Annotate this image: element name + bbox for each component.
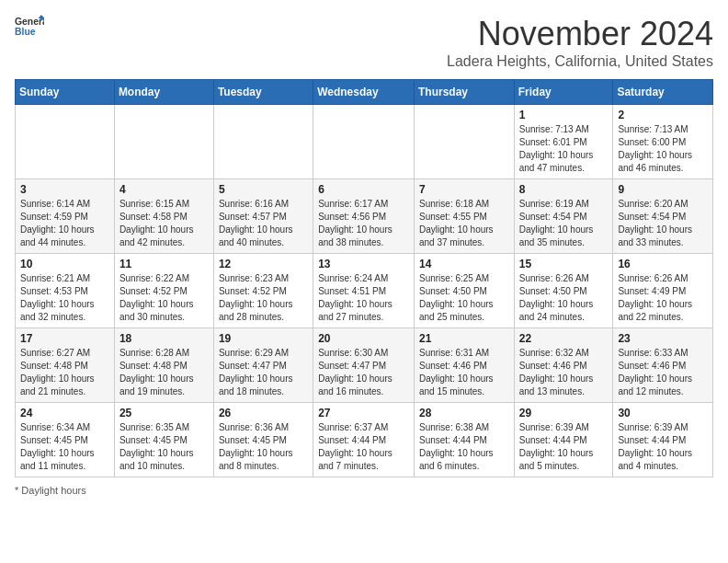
logo-icon: General Blue (15, 15, 44, 40)
day-number: 5 (219, 183, 308, 196)
day-number: 23 (618, 332, 708, 345)
calendar-cell: 20Sunrise: 6:30 AM Sunset: 4:47 PM Dayli… (313, 328, 415, 403)
day-number: 14 (419, 258, 509, 270)
day-number: 16 (618, 258, 708, 270)
day-number: 10 (20, 258, 109, 270)
calendar-cell (414, 105, 514, 179)
day-info: Sunrise: 6:14 AM Sunset: 4:59 PM Dayligh… (20, 198, 109, 249)
day-info: Sunrise: 6:33 AM Sunset: 4:46 PM Dayligh… (618, 347, 708, 398)
calendar-week-row: 17Sunrise: 6:27 AM Sunset: 4:48 PM Dayli… (16, 328, 713, 403)
day-number: 13 (318, 258, 409, 270)
day-info: Sunrise: 6:36 AM Sunset: 4:45 PM Dayligh… (219, 421, 308, 473)
weekday-header-tuesday: Tuesday (213, 80, 313, 105)
day-info: Sunrise: 6:27 AM Sunset: 4:48 PM Dayligh… (20, 347, 109, 398)
day-info: Sunrise: 6:23 AM Sunset: 4:52 PM Dayligh… (219, 272, 308, 324)
footer-note: * Daylight hours (15, 485, 713, 496)
calendar-cell: 17Sunrise: 6:27 AM Sunset: 4:48 PM Dayli… (16, 328, 115, 403)
day-info: Sunrise: 6:26 AM Sunset: 4:50 PM Dayligh… (519, 272, 609, 324)
day-info: Sunrise: 6:25 AM Sunset: 4:50 PM Dayligh… (419, 272, 509, 324)
day-info: Sunrise: 6:32 AM Sunset: 4:46 PM Dayligh… (519, 347, 609, 398)
calendar-cell: 12Sunrise: 6:23 AM Sunset: 4:52 PM Dayli… (213, 254, 313, 328)
calendar-cell: 4Sunrise: 6:15 AM Sunset: 4:58 PM Daylig… (114, 179, 213, 254)
calendar-cell (313, 105, 415, 179)
day-number: 29 (519, 407, 609, 419)
calendar-cell: 14Sunrise: 6:25 AM Sunset: 4:50 PM Dayli… (414, 254, 514, 328)
month-title: November 2024 (447, 15, 713, 53)
day-info: Sunrise: 7:13 AM Sunset: 6:00 PM Dayligh… (618, 123, 708, 175)
day-info: Sunrise: 6:15 AM Sunset: 4:58 PM Dayligh… (119, 198, 209, 249)
day-info: Sunrise: 6:18 AM Sunset: 4:55 PM Dayligh… (419, 198, 509, 249)
day-number: 22 (519, 332, 609, 345)
calendar-cell: 2Sunrise: 7:13 AM Sunset: 6:00 PM Daylig… (613, 105, 713, 179)
logo: General Blue (15, 15, 44, 40)
calendar-cell: 16Sunrise: 6:26 AM Sunset: 4:49 PM Dayli… (613, 254, 713, 328)
day-number: 20 (318, 332, 409, 345)
day-info: Sunrise: 6:19 AM Sunset: 4:54 PM Dayligh… (519, 198, 609, 249)
calendar-cell: 18Sunrise: 6:28 AM Sunset: 4:48 PM Dayli… (114, 328, 213, 403)
calendar-cell: 13Sunrise: 6:24 AM Sunset: 4:51 PM Dayli… (313, 254, 415, 328)
day-info: Sunrise: 6:24 AM Sunset: 4:51 PM Dayligh… (318, 272, 409, 324)
day-number: 25 (119, 407, 209, 419)
day-info: Sunrise: 6:35 AM Sunset: 4:45 PM Dayligh… (119, 421, 209, 473)
calendar-week-row: 1Sunrise: 7:13 AM Sunset: 6:01 PM Daylig… (16, 105, 713, 179)
calendar-cell: 7Sunrise: 6:18 AM Sunset: 4:55 PM Daylig… (414, 179, 514, 254)
calendar-cell: 21Sunrise: 6:31 AM Sunset: 4:46 PM Dayli… (414, 328, 514, 403)
day-info: Sunrise: 6:39 AM Sunset: 4:44 PM Dayligh… (618, 421, 708, 473)
calendar-cell: 23Sunrise: 6:33 AM Sunset: 4:46 PM Dayli… (613, 328, 713, 403)
day-info: Sunrise: 6:22 AM Sunset: 4:52 PM Dayligh… (119, 272, 209, 324)
calendar-cell: 10Sunrise: 6:21 AM Sunset: 4:53 PM Dayli… (16, 254, 115, 328)
header: General Blue November 2024 Ladera Height… (15, 15, 713, 70)
calendar-week-row: 24Sunrise: 6:34 AM Sunset: 4:45 PM Dayli… (16, 403, 713, 477)
day-number: 4 (119, 183, 209, 196)
day-info: Sunrise: 6:39 AM Sunset: 4:44 PM Dayligh… (519, 421, 609, 473)
day-info: Sunrise: 6:20 AM Sunset: 4:54 PM Dayligh… (618, 198, 708, 249)
location-title: Ladera Heights, California, United State… (447, 53, 713, 70)
title-area: November 2024 Ladera Heights, California… (447, 15, 713, 70)
calendar-cell: 25Sunrise: 6:35 AM Sunset: 4:45 PM Dayli… (114, 403, 213, 477)
weekday-header-wednesday: Wednesday (313, 80, 415, 105)
day-number: 19 (219, 332, 308, 345)
day-number: 21 (419, 332, 509, 345)
day-info: Sunrise: 6:31 AM Sunset: 4:46 PM Dayligh… (419, 347, 509, 398)
calendar-cell: 9Sunrise: 6:20 AM Sunset: 4:54 PM Daylig… (613, 179, 713, 254)
day-number: 18 (119, 332, 209, 345)
weekday-header-row: SundayMondayTuesdayWednesdayThursdayFrid… (16, 80, 713, 105)
calendar-cell: 29Sunrise: 6:39 AM Sunset: 4:44 PM Dayli… (514, 403, 613, 477)
calendar-cell: 15Sunrise: 6:26 AM Sunset: 4:50 PM Dayli… (514, 254, 613, 328)
calendar-table: SundayMondayTuesdayWednesdayThursdayFrid… (15, 79, 713, 477)
calendar-cell: 27Sunrise: 6:37 AM Sunset: 4:44 PM Dayli… (313, 403, 415, 477)
day-info: Sunrise: 6:28 AM Sunset: 4:48 PM Dayligh… (119, 347, 209, 398)
day-info: Sunrise: 6:34 AM Sunset: 4:45 PM Dayligh… (20, 421, 109, 473)
day-number: 6 (318, 183, 409, 196)
calendar-cell: 11Sunrise: 6:22 AM Sunset: 4:52 PM Dayli… (114, 254, 213, 328)
weekday-header-friday: Friday (514, 80, 613, 105)
weekday-header-monday: Monday (114, 80, 213, 105)
day-info: Sunrise: 6:21 AM Sunset: 4:53 PM Dayligh… (20, 272, 109, 324)
weekday-header-thursday: Thursday (414, 80, 514, 105)
day-info: Sunrise: 7:13 AM Sunset: 6:01 PM Dayligh… (519, 123, 609, 175)
calendar-cell: 28Sunrise: 6:38 AM Sunset: 4:44 PM Dayli… (414, 403, 514, 477)
day-info: Sunrise: 6:37 AM Sunset: 4:44 PM Dayligh… (318, 421, 409, 473)
day-number: 28 (419, 407, 509, 419)
calendar-cell: 26Sunrise: 6:36 AM Sunset: 4:45 PM Dayli… (213, 403, 313, 477)
day-number: 9 (618, 183, 708, 196)
calendar-week-row: 3Sunrise: 6:14 AM Sunset: 4:59 PM Daylig… (16, 179, 713, 254)
day-number: 8 (519, 183, 609, 196)
calendar-cell (213, 105, 313, 179)
day-number: 27 (318, 407, 409, 419)
day-number: 17 (20, 332, 109, 345)
calendar-week-row: 10Sunrise: 6:21 AM Sunset: 4:53 PM Dayli… (16, 254, 713, 328)
day-number: 2 (618, 109, 708, 121)
day-number: 12 (219, 258, 308, 270)
calendar-cell (114, 105, 213, 179)
day-number: 15 (519, 258, 609, 270)
svg-text:Blue: Blue (15, 27, 36, 37)
calendar-cell: 6Sunrise: 6:17 AM Sunset: 4:56 PM Daylig… (313, 179, 415, 254)
day-number: 24 (20, 407, 109, 419)
weekday-header-sunday: Sunday (16, 80, 115, 105)
day-number: 26 (219, 407, 308, 419)
calendar-cell: 5Sunrise: 6:16 AM Sunset: 4:57 PM Daylig… (213, 179, 313, 254)
calendar-cell: 8Sunrise: 6:19 AM Sunset: 4:54 PM Daylig… (514, 179, 613, 254)
calendar-cell: 3Sunrise: 6:14 AM Sunset: 4:59 PM Daylig… (16, 179, 115, 254)
calendar-cell: 1Sunrise: 7:13 AM Sunset: 6:01 PM Daylig… (514, 105, 613, 179)
